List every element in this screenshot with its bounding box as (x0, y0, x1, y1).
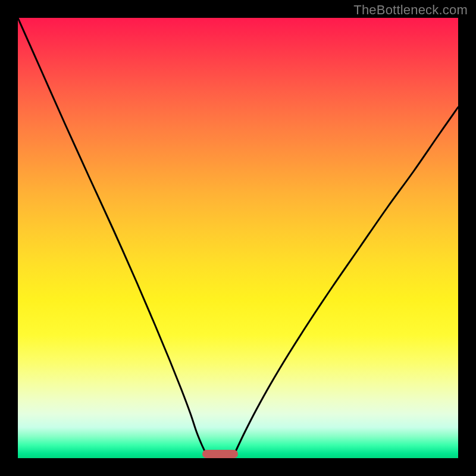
bottleneck-curve (18, 18, 458, 458)
optimum-marker (202, 450, 238, 458)
watermark-text: TheBottleneck.com (353, 2, 468, 18)
chart-area (18, 18, 458, 458)
